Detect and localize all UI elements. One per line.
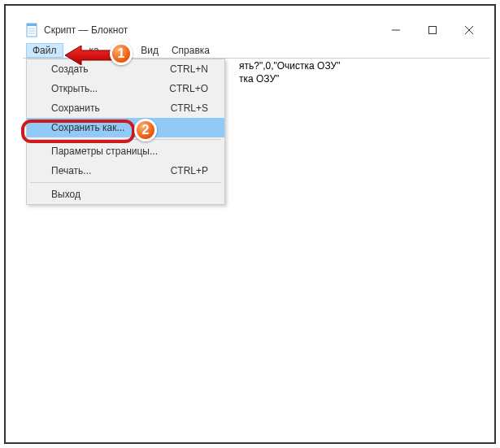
annotation-arrow: [65, 46, 114, 67]
menu-item-save[interactable]: Сохранить CTRL+S: [27, 98, 224, 118]
window-controls: [377, 19, 487, 41]
close-button[interactable]: [450, 19, 487, 41]
menu-item-print[interactable]: Печать... CTRL+P: [27, 161, 224, 181]
menu-item-label: Сохранить: [51, 102, 100, 114]
annotation-badge-1: 1: [110, 42, 133, 65]
menu-help[interactable]: Справка: [165, 43, 216, 58]
minimize-button[interactable]: [377, 19, 414, 41]
menu-view[interactable]: Вид: [134, 43, 165, 58]
menu-file[interactable]: Файл: [26, 43, 63, 58]
menu-item-shortcut: CTRL+S: [171, 102, 208, 114]
menu-item-shortcut: CTRL+P: [171, 165, 208, 176]
text-area[interactable]: ять?",0,"Очистка ОЗУ" тка ОЗУ" Создать C…: [23, 59, 490, 436]
annotation-badge-2: 2: [134, 119, 157, 141]
title-bar: Скрипт — Блокнот: [23, 18, 490, 42]
menu-separator: [30, 182, 221, 183]
menu-item-save-as[interactable]: Сохранить как...: [27, 118, 224, 137]
file-dropdown-menu: Создать CTRL+N Открыть... CTRL+O Сохрани…: [26, 59, 225, 205]
menu-item-exit[interactable]: Выход: [27, 185, 224, 204]
menu-separator: [30, 139, 221, 140]
notepad-window: Скрипт — Блокнот Файл ка т Вид Справка я…: [23, 18, 490, 436]
notepad-icon: [26, 22, 39, 38]
svg-rect-1: [27, 24, 37, 26]
menu-item-page-setup[interactable]: Параметры страницы...: [27, 141, 224, 161]
menu-item-open[interactable]: Открыть... CTRL+O: [27, 79, 224, 98]
menu-item-label: Печать...: [51, 165, 91, 176]
svg-rect-6: [428, 27, 436, 34]
maximize-button[interactable]: [414, 19, 450, 41]
menu-item-label: Открыть...: [51, 83, 98, 94]
menu-item-label: Выход: [51, 189, 80, 200]
menu-item-shortcut: CTRL+O: [169, 83, 208, 94]
menu-item-label: Сохранить как...: [51, 122, 124, 133]
menu-item-label: Параметры страницы...: [51, 146, 158, 157]
window-title: Скрипт — Блокнот: [44, 24, 377, 36]
menu-item-shortcut: CTRL+N: [170, 63, 208, 75]
